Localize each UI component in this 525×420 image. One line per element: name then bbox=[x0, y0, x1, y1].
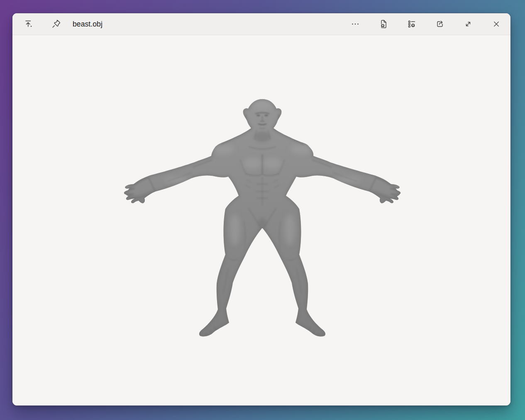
more-options-button[interactable] bbox=[347, 16, 364, 32]
fullscreen-button[interactable] bbox=[460, 16, 476, 32]
pin-button[interactable] bbox=[48, 16, 64, 32]
share-button[interactable] bbox=[432, 16, 448, 32]
open-file-button[interactable] bbox=[375, 16, 392, 32]
window-title: beast.obj bbox=[73, 20, 103, 29]
arrow-up-to-line-icon bbox=[24, 19, 34, 29]
open-file-icon bbox=[378, 19, 388, 29]
beast-3d-model[interactable]: Gray 3D sculpt of a bald, muscular human… bbox=[124, 98, 402, 338]
open-with-list-icon bbox=[407, 19, 417, 29]
model-viewport[interactable]: Gray 3D sculpt of a bald, muscular human… bbox=[12, 35, 510, 405]
preview-window: beast.obj bbox=[12, 13, 510, 405]
expand-diagonal-icon bbox=[463, 19, 473, 29]
share-icon bbox=[435, 19, 445, 29]
titlebar[interactable]: beast.obj bbox=[12, 13, 510, 35]
pin-icon bbox=[51, 19, 61, 29]
close-button[interactable] bbox=[488, 16, 505, 32]
peek-dock-button[interactable] bbox=[20, 16, 37, 32]
open-with-button[interactable] bbox=[403, 16, 420, 32]
close-icon bbox=[491, 19, 501, 29]
ellipsis-icon bbox=[350, 19, 360, 29]
